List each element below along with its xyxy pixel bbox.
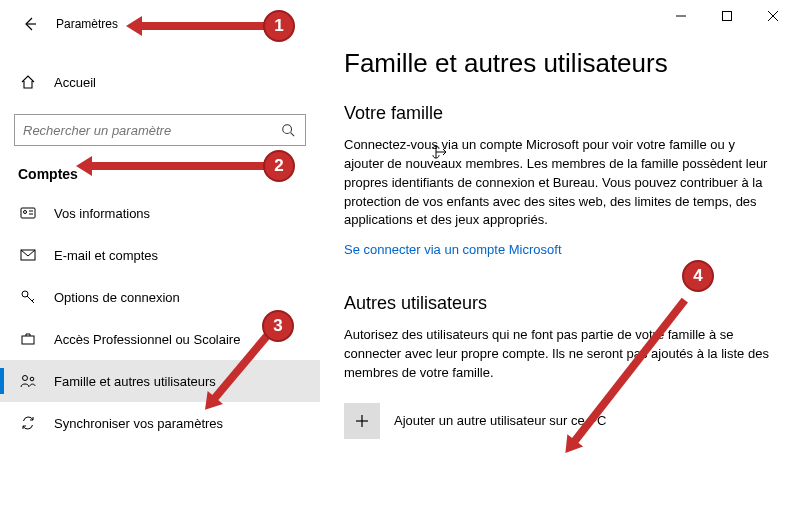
search-box[interactable] [14,114,306,146]
signin-link[interactable]: Se connecter via un compte Microsoft [344,242,562,257]
sidebar-item-home[interactable]: Accueil [0,62,320,102]
sidebar-item-label: Famille et autres utilisateurs [54,374,216,389]
add-user-row[interactable]: Ajouter un autre utilisateur sur ce PC [344,403,772,439]
category-heading: Comptes [0,146,320,192]
others-body: Autorisez des utilisateurs qui ne font p… [344,326,772,383]
svg-line-2 [291,133,295,137]
maximize-button[interactable] [704,0,750,32]
search-icon [281,123,297,137]
svg-line-10 [32,299,34,301]
sidebar-item-label: Vos informations [54,206,150,221]
family-heading: Votre famille [344,103,772,124]
add-user-button[interactable] [344,403,380,439]
home-label: Accueil [54,75,96,90]
arrow-left-icon [22,16,38,32]
svg-point-4 [24,211,27,214]
others-heading: Autres utilisateurs [344,293,772,314]
sidebar-item-your-info[interactable]: Vos informations [0,192,320,234]
sidebar-item-label: Options de connexion [54,290,180,305]
page-title: Famille et autres utilisateurs [344,48,772,79]
svg-rect-17 [723,12,732,21]
add-user-label: Ajouter un autre utilisateur sur ce PC [394,413,606,428]
svg-point-1 [283,125,292,134]
svg-point-13 [30,377,34,381]
sidebar-item-label: E-mail et comptes [54,248,158,263]
minimize-button[interactable] [658,0,704,32]
close-button[interactable] [750,0,796,32]
main-content: Famille et autres utilisateurs Votre fam… [320,0,796,522]
briefcase-icon [18,331,38,347]
sidebar-item-email[interactable]: E-mail et comptes [0,234,320,276]
header-row: Paramètres [0,0,320,48]
mail-icon [18,247,38,263]
sidebar-item-signin-options[interactable]: Options de connexion [0,276,320,318]
close-icon [768,11,778,21]
sidebar: Paramètres Accueil Comptes Vos informati… [0,0,320,522]
sidebar-item-label: Accès Professionnel ou Scolaire [54,332,240,347]
plus-icon [354,413,370,429]
sidebar-item-work-school[interactable]: Accès Professionnel ou Scolaire [0,318,320,360]
window-controls [658,0,796,32]
search-input[interactable] [23,123,281,138]
home-icon [18,74,38,90]
sidebar-item-sync[interactable]: Synchroniser vos paramètres [0,402,320,444]
svg-rect-11 [22,336,34,344]
svg-point-12 [23,376,28,381]
header-title: Paramètres [56,17,118,31]
family-body: Connectez-vous via un compte Microsoft p… [344,136,772,230]
maximize-icon [722,11,732,21]
sync-icon [18,415,38,431]
svg-rect-3 [21,208,35,218]
sidebar-item-label: Synchroniser vos paramètres [54,416,223,431]
id-card-icon [18,205,38,221]
people-icon [18,373,38,389]
back-button[interactable] [12,6,48,42]
minimize-icon [676,11,686,21]
sidebar-item-family[interactable]: Famille et autres utilisateurs [0,360,320,402]
key-icon [18,289,38,305]
